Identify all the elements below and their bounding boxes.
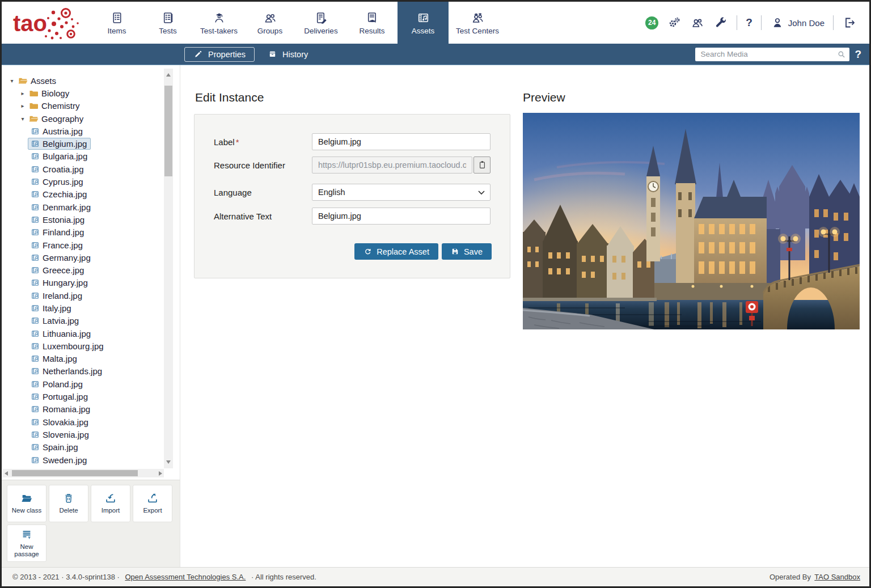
tree-file-chip[interactable]: Latvia.jpg — [28, 315, 83, 327]
tree-file-chip[interactable]: Greece.jpg — [28, 264, 88, 276]
tree-file-chip[interactable]: Croatia.jpg — [28, 163, 88, 175]
properties-button[interactable]: Properties — [184, 47, 255, 62]
tree-vertical-scrollbar[interactable] — [164, 69, 173, 468]
tree-file-item[interactable]: Bulgaria.jpg — [2, 150, 163, 163]
caret-right-icon[interactable]: ▸ — [19, 90, 26, 96]
tree-file-item[interactable]: Luxembourg.jpg — [2, 340, 163, 352]
tree-file-item[interactable]: France.jpg — [2, 239, 163, 251]
tao-logo[interactable]: tao — [2, 2, 91, 44]
tree-file-item[interactable]: Austria.jpg — [2, 125, 163, 137]
new-class-button[interactable]: New class — [7, 485, 46, 522]
tree-file-item[interactable]: Portugal.jpg — [2, 390, 163, 403]
tree-file-chip[interactable]: Bulgaria.jpg — [28, 150, 91, 162]
tree-file-item[interactable]: Malta.jpg — [2, 353, 163, 365]
tab-results[interactable]: Results — [346, 2, 398, 44]
tree-file-item[interactable]: Italy.jpg — [2, 302, 163, 314]
tree-file-chip[interactable]: Luxembourg.jpg — [28, 340, 108, 352]
tree-file-item[interactable]: Hungary.jpg — [2, 277, 163, 289]
tree-file-item[interactable]: Poland.jpg — [2, 378, 163, 390]
tree-file-chip[interactable]: Portugal.jpg — [28, 391, 92, 403]
tree-file-chip[interactable]: Cyprus.jpg — [28, 176, 87, 188]
tree-node-biology[interactable]: ▸ Biology — [2, 87, 163, 99]
tree-node-chemistry[interactable]: ▸ Chemistry — [2, 100, 163, 112]
tree-file-chip[interactable]: Poland.jpg — [28, 378, 87, 390]
tree-file-chip[interactable]: Austria.jpg — [28, 125, 87, 137]
tree-file-item[interactable]: Estonia.jpg — [2, 213, 163, 226]
tree-file-item[interactable]: Slovenia.jpg — [2, 428, 163, 441]
tree-file-chip[interactable]: Sweden.jpg — [28, 454, 91, 466]
notification-badge[interactable]: 24 — [645, 16, 658, 29]
label-input[interactable] — [312, 133, 491, 150]
wrench-icon[interactable] — [713, 16, 728, 29]
tree-file-item[interactable]: Romania.jpg — [2, 403, 163, 416]
tree-file-chip[interactable]: Hungary.jpg — [28, 277, 92, 289]
tab-assets[interactable]: Assets — [398, 2, 449, 44]
vertical-scroll-thumb[interactable] — [164, 86, 172, 176]
tree-horizontal-scrollbar[interactable] — [3, 469, 164, 477]
export-button[interactable]: Export — [133, 485, 172, 522]
tree-file-chip[interactable]: Belgium.jpg — [28, 138, 91, 150]
caret-down-icon[interactable]: ▾ — [19, 116, 26, 122]
copy-button[interactable] — [473, 156, 491, 174]
tree-file-item[interactable]: Germany.jpg — [2, 251, 163, 264]
import-button[interactable]: Import — [91, 485, 130, 522]
tree-file-chip[interactable]: Romania.jpg — [28, 403, 94, 415]
tab-test-centers[interactable]: Test Centers — [449, 2, 506, 44]
tree-file-item[interactable]: Ireland.jpg — [2, 289, 163, 302]
tree-node-assets-root[interactable]: ▾ Assets — [2, 74, 163, 87]
tree-file-item[interactable]: Latvia.jpg — [2, 315, 163, 327]
scroll-left-arrow[interactable] — [5, 471, 8, 476]
scroll-right-arrow[interactable] — [159, 471, 162, 476]
tree-file-item[interactable]: Spain.jpg — [2, 441, 163, 454]
alt-text-input[interactable] — [312, 208, 491, 225]
logout-icon[interactable] — [842, 16, 857, 29]
search-icon[interactable] — [836, 49, 847, 60]
org-link[interactable]: Open Assessment Technologies S.A. — [125, 573, 246, 581]
tab-test-takers[interactable]: Test-takers — [193, 2, 244, 44]
tree-file-item[interactable]: Croatia.jpg — [2, 163, 163, 175]
tab-groups[interactable]: Groups — [244, 2, 295, 44]
tree-file-chip[interactable]: Germany.jpg — [28, 252, 95, 264]
delete-button[interactable]: Delete — [49, 485, 88, 522]
caret-right-icon[interactable]: ▸ — [19, 103, 26, 109]
tree-file-item[interactable]: Finland.jpg — [2, 226, 163, 239]
tree-file-chip[interactable]: Netherlands.jpg — [28, 365, 106, 377]
tree-file-item[interactable]: Greece.jpg — [2, 264, 163, 276]
search-help-icon[interactable]: ? — [855, 48, 861, 61]
users-icon[interactable] — [690, 16, 705, 29]
tree-file-item[interactable]: Sweden.jpg — [2, 454, 163, 466]
tree-file-chip[interactable]: Slovakia.jpg — [28, 416, 92, 428]
tree-file-item[interactable]: Denmark.jpg — [2, 201, 163, 213]
help-icon[interactable]: ? — [746, 16, 752, 29]
tree-file-chip[interactable]: Italy.jpg — [28, 302, 75, 314]
replace-asset-button[interactable]: Replace Asset — [354, 243, 438, 260]
tree-file-item[interactable]: Slovakia.jpg — [2, 416, 163, 428]
tree-file-chip[interactable]: Czechia.jpg — [28, 188, 91, 200]
tree-file-chip[interactable]: Slovenia.jpg — [28, 429, 93, 441]
tree-file-chip[interactable]: Finland.jpg — [28, 226, 88, 238]
tab-tests[interactable]: Tests — [142, 2, 193, 44]
tree-file-chip[interactable]: Estonia.jpg — [28, 214, 88, 226]
tab-deliveries[interactable]: Deliveries — [295, 2, 346, 44]
tree-node-geography[interactable]: ▾ Geography — [2, 112, 163, 125]
tree-file-item[interactable]: Belgium.jpg — [2, 137, 163, 150]
tree-file-chip[interactable]: Denmark.jpg — [28, 201, 95, 213]
tree-file-item[interactable]: Czechia.jpg — [2, 188, 163, 201]
tree-file-item[interactable]: Lithuania.jpg — [2, 327, 163, 340]
tab-items[interactable]: Items — [91, 2, 142, 44]
caret-down-icon[interactable]: ▾ — [9, 78, 15, 84]
tree-file-chip[interactable]: Malta.jpg — [28, 353, 81, 365]
tree-file-item[interactable]: Netherlands.jpg — [2, 365, 163, 378]
scroll-up-arrow[interactable] — [166, 73, 171, 77]
tree-file-chip[interactable]: Lithuania.jpg — [28, 328, 95, 340]
scroll-down-arrow[interactable] — [166, 460, 171, 464]
gears-icon[interactable] — [667, 16, 682, 29]
language-select[interactable]: English — [312, 184, 491, 201]
history-button[interactable]: History — [259, 48, 316, 61]
tree-file-chip[interactable]: France.jpg — [28, 239, 87, 251]
new-passage-button[interactable]: New passage — [7, 524, 46, 562]
search-input[interactable] — [695, 48, 849, 61]
tree-file-chip[interactable]: Ireland.jpg — [28, 290, 86, 302]
tree-file-chip[interactable]: Spain.jpg — [28, 441, 82, 453]
user-menu[interactable]: John Doe — [770, 16, 825, 29]
